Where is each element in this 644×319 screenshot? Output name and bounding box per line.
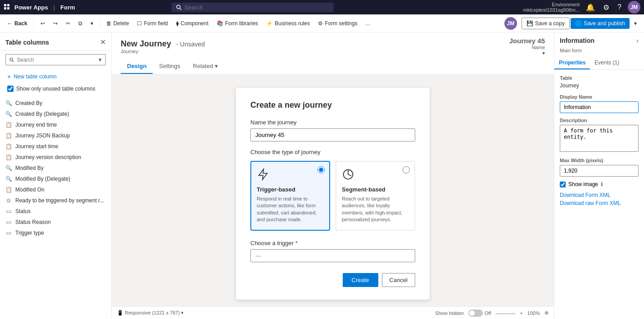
sidebar-search-box[interactable]: ▾ (5, 54, 106, 65)
environment-info: Environment mktcxptest1031sg908m... (523, 2, 580, 13)
right-panel-title: Information (560, 37, 594, 44)
copy-button[interactable]: ⧉ (75, 18, 86, 28)
tab-settings[interactable]: Settings (153, 59, 186, 74)
form-title: New Journey - Unsaved (121, 39, 205, 48)
list-item[interactable]: 🔍 Modified By (Delegate) (0, 173, 111, 184)
apps-grid-button[interactable] (4, 4, 11, 11)
right-panel-subtitle: Main form (554, 48, 644, 57)
back-arrow-icon: ← (7, 20, 13, 27)
dropdown-button[interactable]: ▾ (87, 18, 97, 28)
user-avatar[interactable]: JM (628, 1, 640, 14)
segment-based-card[interactable]: Segment-based Reach out to targeted audi… (336, 161, 415, 231)
list-item[interactable]: 📋 Journey end time (0, 119, 111, 130)
create-button[interactable]: Create (343, 273, 378, 287)
dialog-actions: Create Cancel (250, 273, 415, 287)
save-copy-button[interactable]: 💾 Save a copy (522, 18, 570, 29)
delete-button[interactable]: 🗑 Delete (103, 18, 133, 28)
list-item[interactable]: ▭ Trigger type (0, 228, 111, 238)
list-item[interactable]: 📋 Journey JSON Backup (0, 130, 111, 141)
save-publish-button[interactable]: 🌐 Save and publish (571, 18, 630, 29)
max-width-input[interactable] (560, 165, 639, 177)
form-settings-icon: ⚙ (318, 20, 323, 27)
description-textarea[interactable]: A form for this entity. (560, 125, 639, 152)
item-label: Modified On (15, 187, 45, 193)
list-item[interactable]: 🔍 Modified By (0, 163, 111, 173)
form-settings-button[interactable]: ⚙ Form settings (314, 18, 361, 28)
right-panel-expand-button[interactable]: › (636, 37, 639, 44)
show-image-checkbox[interactable] (560, 182, 566, 187)
chevron-down-icon[interactable]: ▾ (542, 50, 545, 56)
global-search-box[interactable] (172, 3, 334, 12)
settings-button[interactable]: ⚙ (601, 2, 611, 13)
list-item[interactable]: 📋 Journey version description (0, 152, 111, 163)
save-publish-icon: 🌐 (575, 20, 582, 27)
tab-related[interactable]: Related ▾ (186, 59, 224, 74)
segment-based-radio[interactable] (403, 166, 410, 173)
required-marker: * (295, 240, 298, 246)
responsive-label[interactable]: 📱 Responsive (1221 x 767) ▾ (117, 310, 184, 316)
item-label: Created By (15, 100, 42, 106)
sidebar-search-input[interactable] (17, 57, 96, 63)
notification-button[interactable]: 🔔 (584, 2, 597, 13)
table-field-value: Journey (560, 82, 639, 89)
center-pane: New Journey - Unsaved Journey Journey 45… (112, 32, 554, 319)
show-image-row[interactable]: Show image ℹ (560, 181, 639, 187)
list-item[interactable]: ▭ Status Reason (0, 217, 111, 228)
toggle-icon: ⊙ (5, 197, 12, 204)
list-item[interactable]: 🔍 Created By (Delegate) (0, 109, 111, 119)
more-button[interactable]: ... (362, 18, 374, 28)
global-search-input[interactable] (184, 4, 329, 11)
new-column-button[interactable]: + New table column (5, 71, 106, 82)
redo-button[interactable]: ↪ (50, 18, 61, 28)
save-dropdown-button[interactable]: ▾ (630, 18, 640, 28)
item-label: Modified By (15, 165, 44, 171)
tab-properties[interactable]: Properties (554, 57, 590, 69)
item-label: Journey JSON Backup (15, 132, 70, 139)
business-rules-button[interactable]: ⚡ Business rules (263, 18, 313, 28)
tab-design[interactable]: Design (121, 59, 153, 74)
segment-based-desc: Reach out to targeted audiences, like lo… (342, 196, 409, 223)
title-sep: | (54, 4, 55, 11)
download-form-xml-link[interactable]: Download Form XML (560, 192, 639, 198)
fit-icon[interactable]: ⊕ (544, 310, 549, 316)
item-label: Journey end time (15, 122, 57, 128)
list-item[interactable]: 🔍 Created By (0, 98, 111, 109)
toolbar-sep-2 (100, 19, 100, 28)
list-item[interactable]: 📋 Modified On (0, 184, 111, 195)
module-name: Form (60, 4, 75, 11)
trigger-based-card[interactable]: Trigger-based Respond in real time to cu… (250, 161, 330, 231)
show-unused-row[interactable]: Show only unused table columns (5, 83, 106, 94)
svg-line-7 (13, 60, 14, 62)
zoom-slider[interactable]: ———— (495, 310, 515, 316)
form-field-button[interactable]: ☐ Form field (133, 18, 171, 28)
search-icon: 🔍 (5, 176, 12, 182)
list-item[interactable]: ▭ Status (0, 206, 111, 217)
display-name-input[interactable] (560, 101, 639, 113)
trigger-input[interactable] (250, 249, 415, 262)
component-button[interactable]: ⧫ Component (172, 18, 212, 28)
cancel-button[interactable]: Cancel (382, 273, 415, 287)
right-panel-body: Table Journey Display Name Description A… (554, 70, 644, 319)
list-item[interactable]: ⊙ Ready to be triggered by segment r... (0, 195, 111, 206)
segment-based-name: Segment-based (342, 186, 385, 193)
show-unused-checkbox[interactable] (7, 86, 14, 92)
undo-button[interactable]: ↩ (37, 18, 49, 28)
help-button[interactable]: ? (616, 2, 623, 12)
trigger-based-radio[interactable] (317, 166, 325, 173)
calendar-icon: 📋 (5, 122, 12, 128)
tab-events[interactable]: Events (1) (590, 57, 624, 69)
back-button[interactable]: ← Back (4, 18, 31, 28)
square-icon: ▭ (5, 219, 12, 225)
journey-name-input[interactable] (250, 128, 415, 141)
toggle-switch[interactable]: Off (468, 310, 491, 317)
list-item[interactable]: 📋 Journey start time (0, 141, 111, 152)
bottom-bar-right: Show hidden Off ———— + 100% ⊕ (435, 310, 549, 317)
sidebar-close-button[interactable]: ✕ (100, 38, 106, 46)
search-icon (176, 5, 181, 10)
form-libraries-button[interactable]: 📚 Form libraries (213, 18, 262, 28)
filter-icon[interactable]: ▾ (99, 56, 102, 63)
info-icon: ℹ (601, 181, 603, 187)
download-raw-xml-link[interactable]: Download raw Form XML (560, 200, 639, 206)
env-label: Environment (523, 2, 580, 7)
cut-button[interactable]: ✂ (62, 18, 74, 28)
